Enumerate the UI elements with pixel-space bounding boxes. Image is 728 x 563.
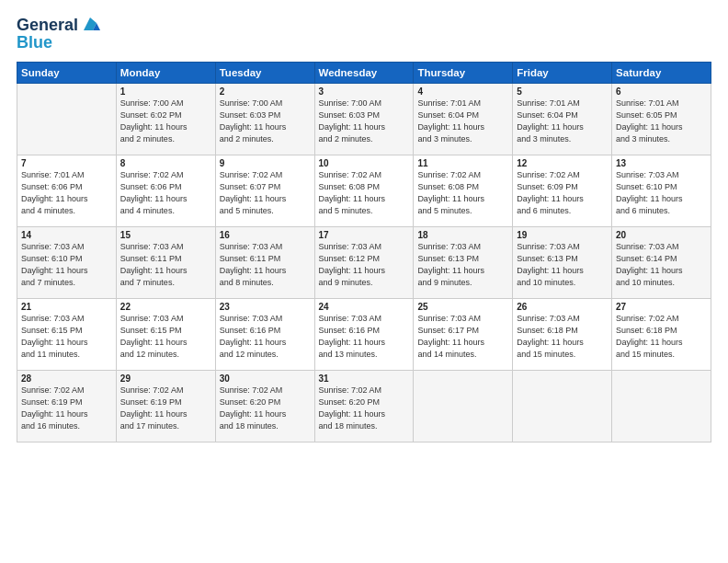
day-number: 7: [21, 158, 112, 168]
calendar-cell: 23Sunrise: 7:03 AM Sunset: 6:16 PM Dayli…: [215, 298, 314, 370]
day-info: Sunrise: 7:00 AM Sunset: 6:03 PM Dayligh…: [220, 98, 311, 145]
day-number: 14: [21, 230, 112, 240]
day-info: Sunrise: 7:02 AM Sunset: 6:20 PM Dayligh…: [220, 385, 311, 432]
calendar-cell: [17, 83, 117, 155]
day-info: Sunrise: 7:03 AM Sunset: 6:13 PM Dayligh…: [417, 241, 508, 289]
day-number: 1: [120, 86, 211, 97]
header: General Blue: [17, 17, 711, 52]
day-info: Sunrise: 7:03 AM Sunset: 6:11 PM Dayligh…: [220, 241, 311, 289]
day-number: 31: [319, 373, 410, 384]
calendar-cell: 13Sunrise: 7:03 AM Sunset: 6:10 PM Dayli…: [612, 155, 711, 226]
header-day: Thursday: [414, 62, 513, 83]
day-info: Sunrise: 7:03 AM Sunset: 6:13 PM Dayligh…: [517, 241, 608, 289]
header-day: Sunday: [17, 62, 117, 83]
day-number: 5: [517, 86, 608, 97]
day-number: 6: [616, 86, 707, 97]
day-number: 4: [417, 86, 508, 97]
day-number: 13: [616, 158, 707, 168]
day-number: 23: [220, 302, 311, 312]
calendar-cell: 18Sunrise: 7:03 AM Sunset: 6:13 PM Dayli…: [414, 226, 513, 298]
calendar-cell: 10Sunrise: 7:02 AM Sunset: 6:08 PM Dayli…: [314, 155, 414, 226]
day-info: Sunrise: 7:03 AM Sunset: 6:12 PM Dayligh…: [319, 241, 410, 289]
day-info: Sunrise: 7:03 AM Sunset: 6:18 PM Dayligh…: [517, 313, 608, 361]
calendar-cell: 25Sunrise: 7:03 AM Sunset: 6:17 PM Dayli…: [414, 298, 513, 370]
calendar-cell: 2Sunrise: 7:00 AM Sunset: 6:03 PM Daylig…: [215, 83, 314, 155]
day-number: 28: [21, 373, 112, 384]
day-number: 2: [220, 86, 311, 97]
calendar-cell: 19Sunrise: 7:03 AM Sunset: 6:13 PM Dayli…: [513, 226, 612, 298]
calendar-cell: 8Sunrise: 7:02 AM Sunset: 6:06 PM Daylig…: [116, 155, 215, 226]
calendar-cell: 26Sunrise: 7:03 AM Sunset: 6:18 PM Dayli…: [513, 298, 612, 370]
calendar-cell: 15Sunrise: 7:03 AM Sunset: 6:11 PM Dayli…: [116, 226, 215, 298]
calendar-cell: [414, 370, 513, 442]
calendar-cell: 28Sunrise: 7:02 AM Sunset: 6:19 PM Dayli…: [17, 370, 117, 442]
day-info: Sunrise: 7:00 AM Sunset: 6:03 PM Dayligh…: [319, 98, 410, 145]
day-number: 16: [220, 230, 311, 240]
header-day: Wednesday: [314, 62, 414, 83]
calendar-cell: [513, 370, 612, 442]
calendar-cell: 6Sunrise: 7:01 AM Sunset: 6:05 PM Daylig…: [612, 83, 711, 155]
day-info: Sunrise: 7:02 AM Sunset: 6:18 PM Dayligh…: [616, 313, 707, 361]
day-number: 11: [417, 158, 508, 168]
day-info: Sunrise: 7:02 AM Sunset: 6:19 PM Dayligh…: [120, 385, 211, 432]
day-info: Sunrise: 7:02 AM Sunset: 6:19 PM Dayligh…: [21, 385, 112, 432]
day-info: Sunrise: 7:00 AM Sunset: 6:02 PM Dayligh…: [120, 98, 211, 145]
day-info: Sunrise: 7:01 AM Sunset: 6:04 PM Dayligh…: [417, 98, 508, 145]
day-info: Sunrise: 7:02 AM Sunset: 6:08 PM Dayligh…: [417, 169, 508, 217]
calendar-cell: 30Sunrise: 7:02 AM Sunset: 6:20 PM Dayli…: [215, 370, 314, 442]
header-day: Tuesday: [215, 62, 314, 83]
day-number: 19: [517, 230, 608, 240]
calendar-cell: 7Sunrise: 7:01 AM Sunset: 6:06 PM Daylig…: [17, 155, 117, 226]
day-number: 17: [319, 230, 410, 240]
day-number: 26: [517, 302, 608, 312]
logo-icon: [80, 14, 100, 34]
calendar-week-row: 7Sunrise: 7:01 AM Sunset: 6:06 PM Daylig…: [17, 155, 711, 226]
calendar-cell: 31Sunrise: 7:02 AM Sunset: 6:20 PM Dayli…: [314, 370, 414, 442]
calendar-cell: 21Sunrise: 7:03 AM Sunset: 6:15 PM Dayli…: [17, 298, 117, 370]
day-number: 3: [319, 86, 410, 97]
day-info: Sunrise: 7:02 AM Sunset: 6:08 PM Dayligh…: [319, 169, 410, 217]
day-info: Sunrise: 7:01 AM Sunset: 6:04 PM Dayligh…: [517, 98, 608, 145]
header-day: Saturday: [612, 62, 711, 83]
day-number: 12: [517, 158, 608, 168]
calendar-week-row: 1Sunrise: 7:00 AM Sunset: 6:02 PM Daylig…: [17, 83, 711, 155]
calendar-week-row: 21Sunrise: 7:03 AM Sunset: 6:15 PM Dayli…: [17, 298, 711, 370]
day-info: Sunrise: 7:03 AM Sunset: 6:10 PM Dayligh…: [616, 169, 707, 217]
day-info: Sunrise: 7:02 AM Sunset: 6:07 PM Dayligh…: [220, 169, 311, 217]
calendar-cell: 5Sunrise: 7:01 AM Sunset: 6:04 PM Daylig…: [513, 83, 612, 155]
calendar-cell: 14Sunrise: 7:03 AM Sunset: 6:10 PM Dayli…: [17, 226, 117, 298]
day-number: 9: [220, 158, 311, 168]
day-number: 21: [21, 302, 112, 312]
calendar-cell: 20Sunrise: 7:03 AM Sunset: 6:14 PM Dayli…: [612, 226, 711, 298]
day-info: Sunrise: 7:03 AM Sunset: 6:15 PM Dayligh…: [21, 313, 112, 361]
day-number: 15: [120, 230, 211, 240]
calendar-cell: 22Sunrise: 7:03 AM Sunset: 6:15 PM Dayli…: [116, 298, 215, 370]
day-info: Sunrise: 7:03 AM Sunset: 6:16 PM Dayligh…: [319, 313, 410, 361]
day-number: 27: [616, 302, 707, 312]
day-number: 25: [417, 302, 508, 312]
calendar-week-row: 28Sunrise: 7:02 AM Sunset: 6:19 PM Dayli…: [17, 370, 711, 442]
calendar-cell: 27Sunrise: 7:02 AM Sunset: 6:18 PM Dayli…: [612, 298, 711, 370]
day-info: Sunrise: 7:02 AM Sunset: 6:09 PM Dayligh…: [517, 169, 608, 217]
day-info: Sunrise: 7:02 AM Sunset: 6:20 PM Dayligh…: [319, 385, 410, 432]
day-number: 18: [417, 230, 508, 240]
day-number: 8: [120, 158, 211, 168]
calendar-cell: 9Sunrise: 7:02 AM Sunset: 6:07 PM Daylig…: [215, 155, 314, 226]
calendar-cell: 3Sunrise: 7:00 AM Sunset: 6:03 PM Daylig…: [314, 83, 414, 155]
logo: General Blue: [17, 17, 100, 52]
logo-text: General: [17, 17, 78, 35]
calendar-cell: 24Sunrise: 7:03 AM Sunset: 6:16 PM Dayli…: [314, 298, 414, 370]
calendar-cell: 16Sunrise: 7:03 AM Sunset: 6:11 PM Dayli…: [215, 226, 314, 298]
calendar-table: SundayMondayTuesdayWednesdayThursdayFrid…: [17, 62, 711, 442]
day-info: Sunrise: 7:03 AM Sunset: 6:16 PM Dayligh…: [220, 313, 311, 361]
header-row: SundayMondayTuesdayWednesdayThursdayFrid…: [17, 62, 711, 83]
day-info: Sunrise: 7:01 AM Sunset: 6:05 PM Dayligh…: [616, 98, 707, 145]
day-info: Sunrise: 7:03 AM Sunset: 6:15 PM Dayligh…: [120, 313, 211, 361]
day-info: Sunrise: 7:03 AM Sunset: 6:17 PM Dayligh…: [417, 313, 508, 361]
day-info: Sunrise: 7:03 AM Sunset: 6:10 PM Dayligh…: [21, 241, 112, 289]
day-info: Sunrise: 7:03 AM Sunset: 6:14 PM Dayligh…: [616, 241, 707, 289]
calendar-cell: [612, 370, 711, 442]
day-number: 24: [319, 302, 410, 312]
calendar-week-row: 14Sunrise: 7:03 AM Sunset: 6:10 PM Dayli…: [17, 226, 711, 298]
calendar-cell: 29Sunrise: 7:02 AM Sunset: 6:19 PM Dayli…: [116, 370, 215, 442]
